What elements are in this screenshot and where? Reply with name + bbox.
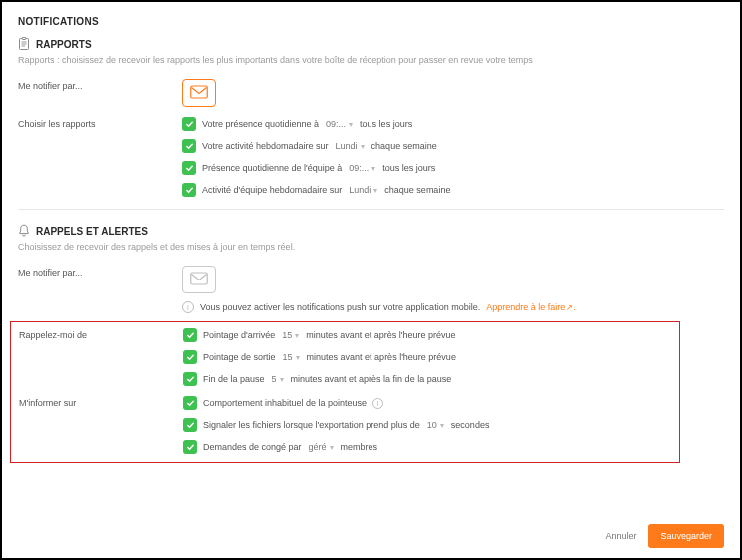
alerts-title: RAPPELS ET ALERTES — [36, 226, 148, 237]
clipboard-icon — [18, 37, 30, 51]
checkbox[interactable] — [183, 440, 197, 454]
mail-icon — [190, 85, 208, 101]
remind-me-label: Rappelez-moi de — [19, 328, 183, 386]
notify-by-label: Me notifier par... — [18, 79, 182, 107]
item-post-text: tous les jours — [360, 119, 412, 129]
notify-by-label: Me notifier par... — [18, 266, 182, 313]
bell-icon — [18, 224, 30, 238]
chevron-down-icon: ▾ — [330, 443, 334, 452]
mail-icon — [190, 272, 208, 287]
cancel-button[interactable]: Annuler — [605, 531, 636, 541]
report-item: Activité d'équipe hebdomadaire sur Lundi… — [182, 183, 724, 197]
checkbox[interactable] — [183, 396, 197, 410]
chevron-down-icon: ▾ — [371, 164, 375, 173]
time-select[interactable]: 09:...▾ — [348, 163, 376, 173]
push-info: i Vous pouvez activer les notifications … — [182, 301, 724, 313]
checkbox[interactable] — [182, 139, 196, 153]
push-note-text: Vous pouvez activer les notifications pu… — [200, 302, 480, 312]
reports-title: RAPPORTS — [36, 39, 92, 50]
reports-desc: Rapports : choisissez de recevoir les ra… — [18, 55, 724, 65]
reports-list: Votre présence quotidienne à 09:...▾ tou… — [182, 117, 724, 197]
remind-item: Fin de la pause 5▾ minutes avant et aprè… — [183, 372, 671, 386]
minutes-select[interactable]: 5▾ — [271, 374, 285, 384]
alerts-header: RAPPELS ET ALERTES — [18, 224, 724, 238]
item-pre-text: Demandes de congé par — [203, 442, 302, 452]
report-item: Présence quotidienne de l'équipe à 09:..… — [182, 161, 724, 175]
item-pre-text: Activité d'équipe hebdomadaire sur — [202, 185, 342, 195]
highlight-box: Rappelez-moi de Pointage d'arrivée 15▾ m… — [10, 321, 680, 463]
remind-item: Pointage d'arrivée 15▾ minutes avant et … — [183, 328, 671, 342]
chevron-down-icon: ▾ — [296, 353, 300, 362]
checkbox[interactable] — [182, 161, 196, 175]
chevron-down-icon: ▾ — [440, 421, 444, 430]
chevron-down-icon: ▾ — [280, 375, 284, 384]
scope-select[interactable]: géré▾ — [308, 442, 335, 452]
remind-item: Pointage de sortie 15▾ minutes avant et … — [183, 350, 671, 364]
svg-rect-1 — [22, 38, 26, 40]
item-post-text: membres — [341, 442, 378, 452]
inform-item: Demandes de congé par géré▾ membres — [183, 440, 671, 454]
checkbox[interactable] — [182, 117, 196, 131]
minutes-select[interactable]: 15▾ — [281, 330, 300, 340]
choose-reports-label: Choisir les rapports — [18, 117, 182, 197]
checkbox[interactable] — [183, 372, 197, 386]
inform-item: Signaler les fichiers lorsque l'exportat… — [183, 418, 671, 432]
chevron-down-icon: ▾ — [373, 186, 377, 195]
report-item: Votre présence quotidienne à 09:...▾ tou… — [182, 117, 724, 131]
checkbox[interactable] — [183, 328, 197, 342]
item-post-text: secondes — [451, 420, 490, 430]
inform-me-label: M'informer sur — [19, 396, 183, 454]
reports-header: RAPPORTS — [18, 37, 724, 51]
minutes-select[interactable]: 15▾ — [282, 352, 301, 362]
time-select[interactable]: 09:...▾ — [325, 119, 354, 129]
item-post-text: minutes avant et après l'heure prévue — [306, 330, 455, 340]
divider — [18, 209, 724, 210]
day-select[interactable]: Lundi▾ — [348, 185, 378, 195]
item-post-text: minutes avant et après la fin de la paus… — [291, 374, 452, 384]
item-pre-text: Présence quotidienne de l'équipe à — [202, 163, 342, 173]
item-post-text: chaque semaine — [384, 185, 450, 195]
notify-email-button[interactable] — [182, 79, 216, 107]
item-pre-text: Pointage de sortie — [203, 352, 276, 362]
item-pre-text: Pointage d'arrivée — [203, 330, 275, 340]
inform-list: Comportement inhabituel de la pointeuse … — [183, 396, 671, 454]
chevron-down-icon: ▾ — [295, 331, 299, 340]
chevron-down-icon: ▾ — [349, 120, 353, 129]
info-icon[interactable]: i — [372, 398, 383, 409]
checkbox[interactable] — [183, 350, 197, 364]
alerts-desc: Choisissez de recevoir des rappels et de… — [18, 242, 724, 252]
chevron-down-icon: ▾ — [361, 142, 365, 151]
inform-item: Comportement inhabituel de la pointeuse … — [183, 396, 671, 410]
info-icon: i — [182, 301, 194, 313]
day-select[interactable]: Lundi▾ — [335, 141, 366, 151]
item-pre-text: Votre présence quotidienne à — [202, 119, 319, 129]
svg-rect-5 — [191, 86, 208, 98]
seconds-select[interactable]: 10▾ — [426, 420, 445, 430]
page-title: NOTIFICATIONS — [18, 16, 724, 27]
item-pre-text: Votre activité hebdomadaire sur — [202, 141, 329, 151]
save-button[interactable]: Sauvegarder — [648, 524, 724, 548]
item-pre-text: Fin de la pause — [203, 374, 265, 384]
item-pre-text: Signaler les fichiers lorsque l'exportat… — [203, 420, 420, 430]
report-item: Votre activité hebdomadaire sur Lundi▾ c… — [182, 139, 724, 153]
item-post-text: minutes avant et après l'heure prévue — [307, 352, 456, 362]
reminders-list: Pointage d'arrivée 15▾ minutes avant et … — [183, 328, 671, 386]
checkbox[interactable] — [183, 418, 197, 432]
push-learn-link[interactable]: Apprendre à le faire — [486, 302, 565, 312]
svg-rect-6 — [191, 273, 208, 284]
item-text: Comportement inhabituel de la pointeuse — [203, 398, 367, 408]
item-post-text: tous les jours — [382, 163, 435, 173]
checkbox[interactable] — [182, 183, 196, 197]
item-post-text: chaque semaine — [371, 141, 437, 151]
footer-actions: Annuler Sauvegarder — [605, 524, 724, 548]
notify-email-button[interactable] — [182, 266, 216, 293]
